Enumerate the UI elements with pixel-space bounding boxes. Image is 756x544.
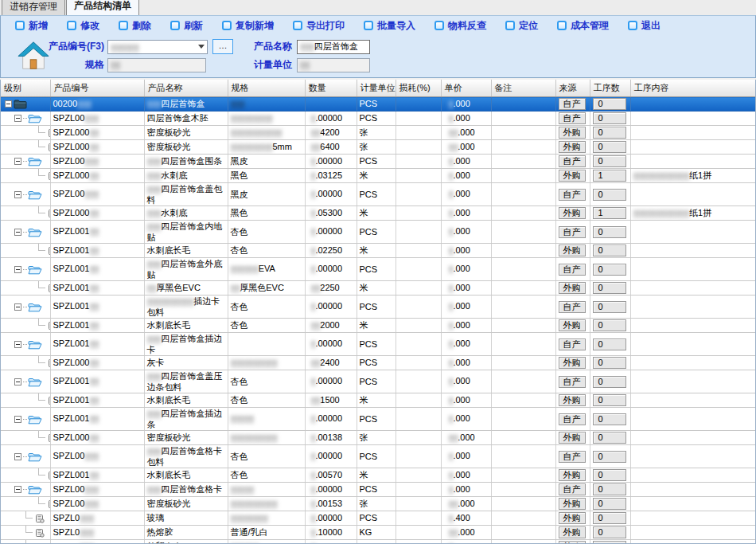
source-button[interactable]: 外购: [559, 512, 586, 524]
source-button[interactable]: 自产: [559, 226, 586, 238]
table-row[interactable]: SPZL000▒▒灰卡▒▒▒▒▒▒▒▒▒▒▒▒2400PCS▒.000外购0: [1, 356, 756, 370]
toolbar-button-cost-management[interactable]: 成本管理: [557, 19, 609, 33]
column-header-product-code[interactable]: 产品编号: [50, 80, 144, 97]
table-row[interactable]: SPZL0▒▒▒热熔胶普通/乳白▒.10000KG▒▒.000外购0: [1, 526, 756, 540]
source-button[interactable]: 自产: [559, 155, 586, 167]
proc-count-button[interactable]: 0: [593, 112, 626, 124]
collapse-toggle[interactable]: [14, 266, 21, 273]
proc-count-button[interactable]: 1: [593, 207, 626, 219]
table-row[interactable]: SPZL00▒▒▒▒▒▒四层首饰盒格卡▒▒▒▒▒▒.00000PCS▒.000自…: [1, 483, 756, 497]
product-code-combobox[interactable]: ▒▒▒▒▒▒: [107, 40, 208, 54]
table-row[interactable]: SPZL001▒▒水刺底长毛杏色▒.00570米▒.000外购0: [1, 468, 756, 483]
collapse-toggle[interactable]: [5, 100, 12, 108]
table-row[interactable]: SPZL00▒▒▒▒▒▒四层首饰盒格卡包料杏色▒.00000PCS▒.000自产…: [1, 445, 756, 468]
collapse-toggle[interactable]: [14, 416, 21, 423]
collapse-toggle[interactable]: [14, 486, 21, 493]
collapse-toggle[interactable]: [14, 341, 21, 348]
table-row[interactable]: SPZL001▒▒▒▒▒▒▒▒▒▒▒▒插边卡包料杏色▒.00000PCS▒.00…: [1, 295, 756, 319]
table-row[interactable]: SPZL000▒▒密度板砂光▒▒▒▒▒▒▒▒▒▒▒.00138张▒▒.000外购…: [1, 431, 756, 445]
toolbar-button-delete[interactable]: 删除: [119, 19, 151, 33]
proc-count-button[interactable]: 0: [593, 141, 626, 153]
table-row[interactable]: SPZL00▒▒▒▒▒▒四层首饰盒盖包料黑皮▒.00000PCS▒.000自产0: [1, 183, 756, 206]
source-button[interactable]: 外购: [559, 541, 586, 544]
column-header-spec[interactable]: 规格: [228, 80, 305, 97]
table-row[interactable]: 00200▒▒▒▒▒▒四层首饰盒▒▒▒PCS▒.000自产0: [1, 97, 756, 112]
source-button[interactable]: 外购: [559, 357, 586, 369]
product-name-field[interactable]: ▒▒▒四层首饰盒: [297, 40, 370, 54]
proc-count-button[interactable]: 0: [593, 498, 626, 510]
column-header-proc-content[interactable]: 工序内容: [630, 80, 756, 97]
column-header-source[interactable]: 来源: [555, 80, 590, 97]
toolbar-button-locate[interactable]: 定位: [505, 19, 538, 33]
toolbar-button-material-lookup[interactable]: 物料反查: [435, 19, 486, 33]
proc-count-button[interactable]: 1: [593, 170, 626, 182]
table-row[interactable]: SPZL00▒▒▒四层首饰盒木胚▒▒▒▒▒▒▒▒▒▒.00000PCS▒.000…: [1, 112, 756, 126]
source-button[interactable]: 外购: [559, 207, 586, 219]
column-header-qty[interactable]: 数量: [305, 80, 357, 97]
collapse-toggle[interactable]: [14, 115, 21, 122]
proc-count-button[interactable]: 0: [593, 155, 626, 167]
column-header-unit[interactable]: 计量单位: [357, 80, 396, 97]
proc-count-button[interactable]: 0: [593, 394, 626, 406]
proc-count-button[interactable]: 0: [593, 451, 626, 463]
spec-field[interactable]: ▒▒: [107, 58, 206, 72]
home-icon[interactable]: [17, 40, 50, 72]
proc-count-button[interactable]: 0: [593, 469, 626, 481]
proc-count-button[interactable]: 0: [593, 376, 626, 388]
proc-count-button[interactable]: 0: [593, 226, 626, 238]
source-button[interactable]: 外购: [559, 170, 586, 182]
source-button[interactable]: 外购: [559, 141, 586, 153]
toolbar-button-modify[interactable]: 修改: [67, 19, 99, 33]
table-row[interactable]: SPZL001▒▒水刺底长毛杏色▒▒2000米▒.000外购0: [1, 319, 756, 333]
column-header-product-name[interactable]: 产品名称: [144, 80, 228, 97]
source-button[interactable]: 外购: [559, 394, 586, 406]
table-row[interactable]: SPZL001▒▒▒▒厚黑色EVC▒▒厚黑色EVC▒▒2250米▒.000外购0: [1, 281, 756, 295]
table-row[interactable]: SPZL000▒▒密度板砂光▒▒▒▒▒▒▒▒▒▒▒▒▒4200张▒▒.000外购…: [1, 126, 756, 140]
source-button[interactable]: 外购: [559, 526, 586, 538]
table-row[interactable]: SPZL00▒▒▒密度板砂光▒▒▒▒▒▒▒▒▒▒▒.00153张▒▒.000外购…: [1, 497, 756, 511]
column-header-price[interactable]: 单价: [441, 80, 491, 97]
toolbar-button-export-print[interactable]: 导出打印: [293, 19, 345, 33]
source-button[interactable]: 自产: [559, 264, 586, 276]
source-button[interactable]: 自产: [559, 112, 586, 124]
source-button[interactable]: 自产: [559, 98, 586, 110]
source-button[interactable]: 外购: [559, 282, 586, 294]
toolbar-button-batch-import[interactable]: 批量导入: [364, 19, 415, 33]
source-button[interactable]: 自产: [559, 301, 586, 313]
table-row[interactable]: SPZL001▒▒▒▒▒四层首饰盒内地贴杏色▒.00000PCS▒.000自产0: [1, 221, 756, 244]
proc-count-button[interactable]: 0: [593, 127, 626, 139]
table-row[interactable]: SPZL0▒▒▒外贸内盒▒▒▒▒▒▒▒.00000PCS▒.900外购0: [1, 540, 756, 544]
collapse-toggle[interactable]: [14, 191, 21, 198]
source-button[interactable]: 外购: [559, 319, 586, 331]
source-button[interactable]: 自产: [559, 451, 586, 463]
collapse-toggle[interactable]: [14, 229, 21, 236]
source-button[interactable]: 外购: [559, 469, 586, 481]
column-header-proc-count[interactable]: 工序数: [590, 80, 630, 97]
table-row[interactable]: SPZL000▒▒▒▒▒水刺底黑色▒.05300米▒.000外购1▒▒▒▒▒▒▒…: [1, 206, 756, 221]
source-button[interactable]: 外购: [559, 498, 586, 510]
table-row[interactable]: SPZL00▒▒▒▒▒▒四层首饰盒围条黑皮▒.00000PCS▒.000自产0: [1, 155, 756, 169]
source-button[interactable]: 自产: [559, 413, 586, 425]
proc-count-button[interactable]: 0: [593, 432, 626, 444]
table-row[interactable]: SPZL001▒▒水刺底长毛杏色▒.02250米▒.000外购0: [1, 244, 756, 258]
source-button[interactable]: 自产: [559, 189, 586, 201]
collapse-toggle[interactable]: [14, 303, 21, 311]
table-row[interactable]: SPZL000▒▒▒▒▒水刺底黑色▒.03125米▒.000外购1▒▒▒▒▒▒▒…: [1, 169, 756, 183]
collapse-toggle[interactable]: [14, 158, 21, 165]
table-row[interactable]: SPZL001▒▒▒▒▒四层首饰盒插边条▒▒▒▒▒▒.00000PCS▒.000…: [1, 408, 756, 431]
source-button[interactable]: 自产: [559, 483, 586, 495]
column-header-note[interactable]: 备注: [491, 80, 555, 97]
source-button[interactable]: 自产: [559, 339, 586, 350]
table-row[interactable]: SPZL000▒▒密度板砂光▒▒▒▒▒▒▒▒▒5mm▒▒6400张▒▒.000外…: [1, 140, 756, 155]
source-button[interactable]: 外购: [559, 432, 586, 444]
proc-count-button[interactable]: 0: [593, 319, 626, 331]
collapse-toggle[interactable]: [14, 378, 21, 385]
table-row[interactable]: SPZL001▒▒▒▒▒四层首饰盒外底贴▒▒▒▒▒▒EVA▒.00000PCS▒…: [1, 258, 756, 281]
proc-count-button[interactable]: 0: [593, 98, 626, 110]
toolbar-button-copy-add[interactable]: 复制新增: [222, 19, 274, 33]
proc-count-button[interactable]: 0: [593, 189, 626, 201]
proc-count-button[interactable]: 0: [593, 282, 626, 294]
proc-count-button[interactable]: 0: [593, 512, 626, 524]
proc-count-button[interactable]: 0: [593, 541, 626, 544]
proc-count-button[interactable]: 0: [593, 264, 626, 276]
